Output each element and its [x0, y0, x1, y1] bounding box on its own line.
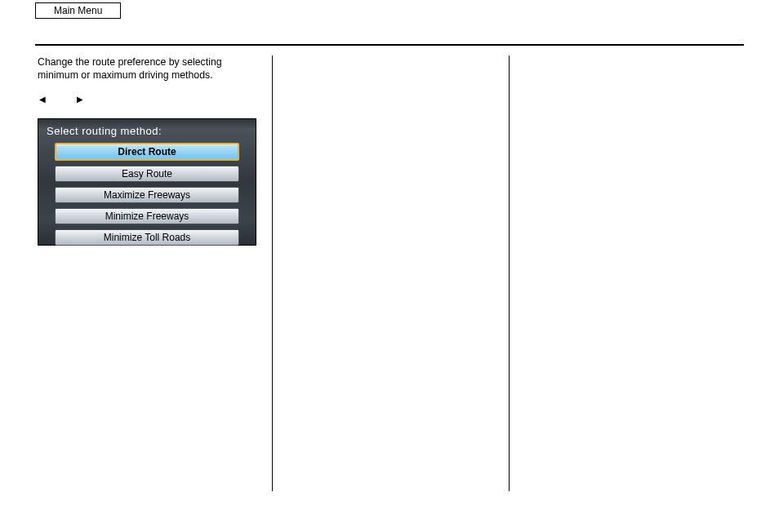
breadcrumb-main-menu[interactable]: Main Menu: [35, 2, 121, 19]
column-1: Change the route preference by selecting…: [35, 55, 272, 491]
gps-screenshot: Select routing method: Direct Route Easy…: [38, 118, 256, 246]
gps-option-maximize-fwy[interactable]: Maximize Freeways: [55, 187, 239, 203]
breadcrumb: Main Menu: [35, 2, 121, 19]
gps-option-minimize-fwy[interactable]: Minimize Freeways: [55, 208, 239, 224]
gps-screen-title: Select routing method:: [47, 124, 247, 138]
lead-paragraph: Change the route preference by selecting…: [38, 55, 257, 82]
right-arrow-icon: ▶: [77, 94, 83, 104]
gps-option-minimize-toll[interactable]: Minimize Toll Roads: [55, 229, 239, 246]
voice-control-hint: ◀ ▶: [38, 93, 257, 106]
left-arrow-icon: ◀: [39, 94, 46, 104]
gps-option-direct-route[interactable]: Direct Route: [55, 143, 239, 161]
column-2: [272, 55, 509, 491]
column-3: [509, 55, 744, 491]
horizontal-rule: [35, 44, 744, 46]
page-footer: Navigation 109: [35, 506, 744, 517]
gps-option-easy-route[interactable]: Easy Route: [55, 166, 239, 182]
content-columns: Change the route preference by selecting…: [35, 55, 744, 491]
